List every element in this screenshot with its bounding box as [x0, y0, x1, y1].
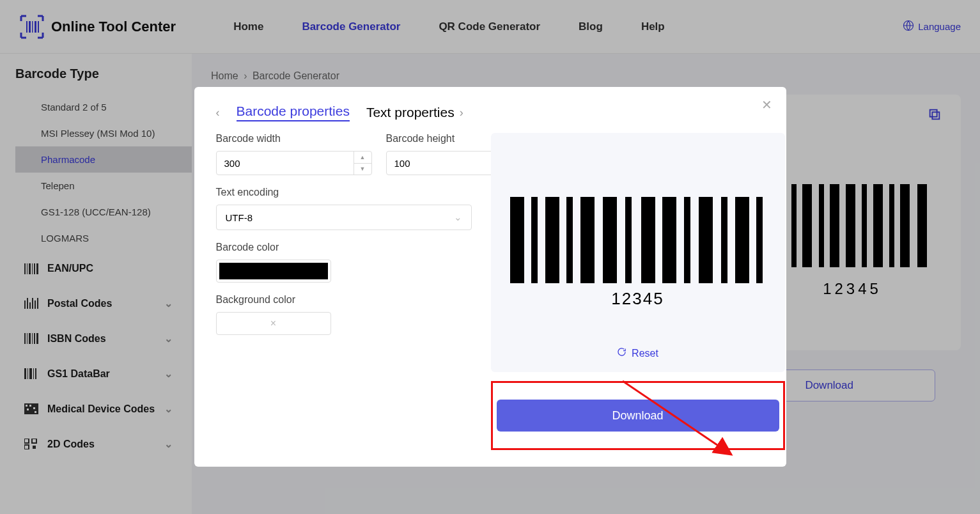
barcode-preview-label: 12345 — [510, 289, 766, 309]
barcode-width-value[interactable] — [217, 152, 354, 175]
barcode-properties-modal: ✕ ‹ Barcode properties Text properties ›… — [194, 87, 786, 467]
svg-rect-63 — [721, 197, 727, 283]
svg-rect-60 — [662, 197, 676, 283]
encoding-label: Text encoding — [216, 187, 472, 198]
stepper-down-icon[interactable]: ▼ — [354, 164, 371, 175]
svg-rect-59 — [641, 197, 655, 283]
svg-rect-53 — [531, 197, 538, 283]
reset-label: Reset — [632, 348, 658, 359]
tab-barcode-properties[interactable]: Barcode properties — [237, 104, 350, 121]
form-column: Barcode width ▲ ▼ Barcode height — [216, 133, 472, 450]
svg-rect-65 — [756, 197, 763, 283]
barcode-color-field: Barcode color — [216, 242, 472, 283]
barcode-width-label: Barcode width — [216, 133, 372, 144]
svg-rect-62 — [699, 197, 713, 283]
svg-rect-57 — [603, 197, 617, 283]
tab-text-properties[interactable]: Text properties — [366, 105, 455, 120]
svg-rect-55 — [566, 197, 573, 283]
barcode-preview-icon — [510, 197, 766, 286]
reset-button[interactable]: Reset — [510, 347, 766, 359]
barcode-color-label: Barcode color — [216, 242, 472, 253]
modal-body: Barcode width ▲ ▼ Barcode height — [216, 133, 765, 450]
svg-rect-64 — [735, 197, 749, 283]
svg-rect-52 — [510, 197, 524, 283]
svg-rect-58 — [625, 197, 632, 283]
encoding-value: UTF-8 — [226, 212, 253, 223]
modal-overlay[interactable]: ✕ ‹ Barcode properties Text properties ›… — [0, 0, 980, 514]
barcode-width-field: Barcode width ▲ ▼ — [216, 133, 372, 175]
svg-rect-56 — [580, 197, 595, 283]
chevron-right-icon[interactable]: › — [460, 106, 463, 120]
background-color-label: Background color — [216, 294, 472, 306]
encoding-select[interactable]: UTF-8 ⌄ — [216, 205, 472, 230]
encoding-field: Text encoding UTF-8 ⌄ — [216, 187, 472, 230]
modal-download-button[interactable]: Download — [497, 400, 779, 432]
background-color-swatch[interactable]: × — [216, 312, 331, 335]
modal-tabs: ‹ Barcode properties Text properties › — [216, 104, 765, 121]
stepper-up-icon[interactable]: ▲ — [354, 152, 371, 164]
barcode-preview-box: 12345 Reset — [491, 133, 785, 372]
svg-rect-61 — [684, 197, 690, 283]
download-highlight-box: Download — [491, 381, 785, 450]
close-icon[interactable]: ✕ — [761, 97, 772, 113]
svg-rect-54 — [545, 197, 559, 283]
preview-column: 12345 Reset Download — [491, 133, 785, 450]
chevron-down-icon: ⌄ — [454, 212, 462, 223]
background-color-field: Background color × — [216, 294, 472, 335]
barcode-color-swatch[interactable] — [216, 260, 331, 283]
reset-icon — [617, 347, 626, 359]
chevron-left-icon[interactable]: ‹ — [216, 106, 220, 120]
clear-icon[interactable]: × — [270, 318, 276, 329]
barcode-width-input[interactable]: ▲ ▼ — [216, 151, 372, 175]
